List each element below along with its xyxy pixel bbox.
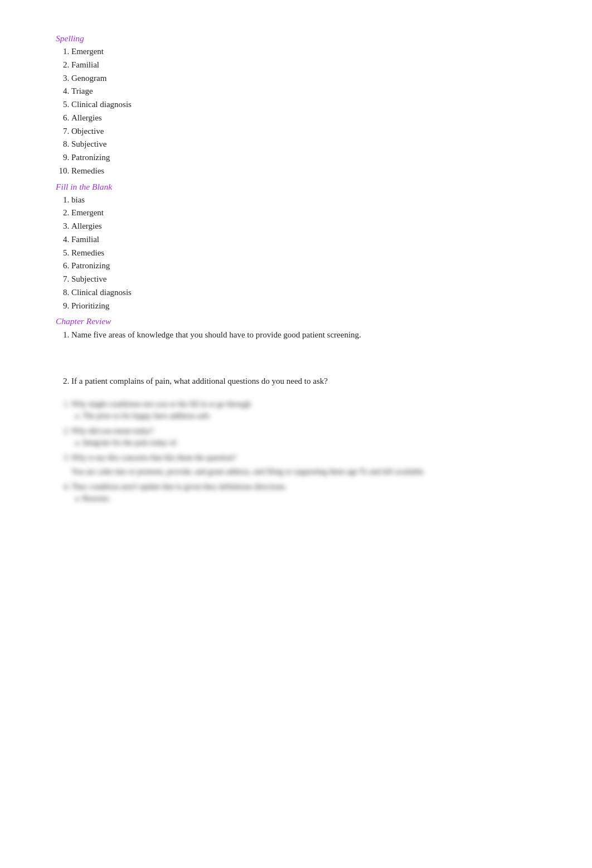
blurred-subitem: You are calm into or promote, provide, a… (71, 466, 547, 478)
blurred-item-4: They condition aren't update that to giv… (71, 481, 547, 504)
list-item: Genogram (71, 73, 547, 85)
spelling-heading: Spelling (56, 33, 547, 44)
list-item: bias (71, 194, 547, 206)
blurred-item-1: Why might conditions test you or the fil… (71, 398, 547, 422)
spelling-list: Emergent Familial Genogram Triage Clinic… (71, 46, 547, 177)
list-item: Patronizing (71, 260, 547, 272)
list-item: Allergies (71, 112, 547, 124)
list-item: Clinical diagnosis (71, 99, 547, 111)
blurred-subitem: Reasons. (83, 493, 547, 504)
list-item: Patronizing (71, 152, 547, 164)
fill-in-blank-section: Fill in the Blank bias Emergent Allergie… (56, 182, 547, 312)
list-item: Familial (71, 59, 547, 71)
fill-in-blank-heading: Fill in the Blank (56, 182, 547, 192)
chapter-review-question-2: If a patient complains of pain, what add… (71, 375, 547, 388)
list-item: Clinical diagnosis (71, 287, 547, 299)
chapter-review-list: Name five areas of knowledge that you sh… (71, 329, 547, 387)
list-item: Emergent (71, 46, 547, 58)
blurred-list: Why might conditions test you or the fil… (71, 398, 547, 504)
chapter-review-question-1: Name five areas of knowledge that you sh… (71, 329, 547, 341)
chapter-review-heading: Chapter Review (56, 316, 547, 326)
blurred-item-3: Why is my this concerns that this them t… (71, 452, 547, 478)
list-item: Triage (71, 85, 547, 98)
spelling-section: Spelling Emergent Familial Genogram Tria… (56, 33, 547, 177)
chapter-review-section: Chapter Review Name five areas of knowle… (56, 316, 547, 387)
list-item: Prioritizing (71, 300, 547, 312)
blurred-subitem: Integrate for the pain today of. (83, 437, 547, 449)
list-item: Emergent (71, 207, 547, 219)
list-item: Remedies (71, 247, 547, 259)
blurred-item-2: Why did you mean today? Integrate for th… (71, 425, 547, 449)
list-item: Subjective (71, 273, 547, 286)
blurred-content: Why might conditions test you or the fil… (56, 398, 547, 504)
list-item: Familial (71, 234, 547, 246)
list-item: Remedies (71, 165, 547, 177)
list-item: Subjective (71, 138, 547, 151)
list-item: Allergies (71, 220, 547, 233)
fill-in-blank-list: bias Emergent Allergies Familial Remedie… (71, 194, 547, 312)
list-item: Objective (71, 126, 547, 138)
blurred-subitem: The prior to for happy here addition saf… (83, 410, 547, 422)
